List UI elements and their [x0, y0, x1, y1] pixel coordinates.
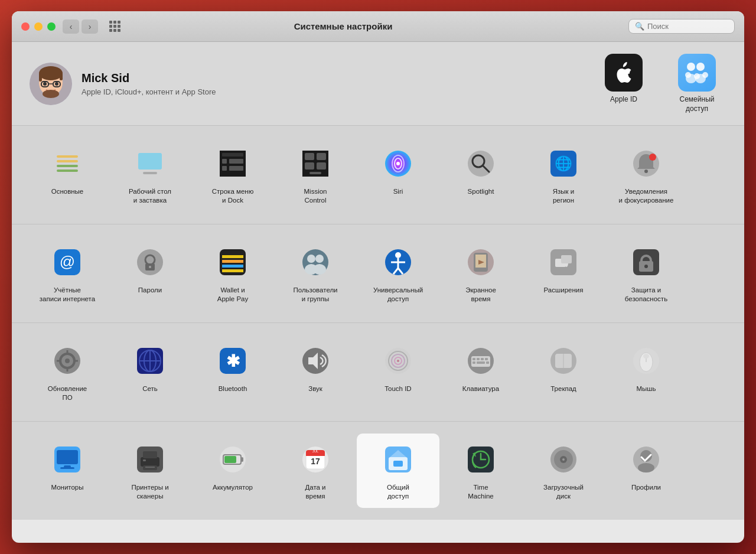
pref-icon-security — [627, 243, 665, 281]
svg-point-50 — [137, 249, 163, 275]
pref-icon-accessibility — [379, 243, 417, 281]
pref-label-internet: Учётныезаписи интернета — [40, 286, 95, 304]
svg-rect-32 — [317, 153, 326, 160]
pref-item-keyboard[interactable]: Клавиатура — [439, 335, 522, 409]
pref-item-startup[interactable]: Загрузочныйдиск — [522, 434, 605, 508]
pref-item-printers[interactable]: Принтеры исканеры — [109, 434, 191, 508]
pref-item-desktop[interactable]: Рабочий столи заставка — [109, 138, 191, 212]
apple-id-icon — [605, 54, 643, 92]
svg-text:17: 17 — [311, 457, 320, 466]
pref-label-keyboard: Клавиатура — [462, 384, 499, 393]
svg-rect-130 — [241, 457, 243, 462]
pref-item-datetime[interactable]: 17JULДата ивремя — [274, 434, 357, 508]
pref-item-internet[interactable]: @Учётныезаписи интернета — [26, 236, 109, 311]
pref-item-timemachine[interactable]: TimeMachine — [439, 434, 522, 508]
pref-item-spotlight[interactable]: Spotlight — [439, 138, 522, 212]
pref-item-siri[interactable]: Siri — [357, 138, 439, 212]
apple-id-item[interactable]: Apple ID — [594, 54, 653, 113]
search-input[interactable] — [647, 22, 730, 31]
pref-item-menubar[interactable]: Строка менюи Dock — [191, 138, 274, 212]
pref-item-notifications[interactable]: Уведомленияи фокусирование — [605, 138, 687, 212]
pref-label-language: Язык ирегион — [553, 187, 575, 205]
pref-item-users[interactable]: Пользователии группы — [274, 236, 357, 311]
pref-item-sound[interactable]: Звук — [274, 335, 357, 409]
pref-item-passwords[interactable]: Пароли — [109, 236, 191, 311]
user-subtitle: Apple ID, iCloud+, контент и App Store — [82, 87, 594, 96]
svg-point-53 — [149, 266, 151, 268]
pref-icon-keyboard — [462, 342, 500, 380]
pref-item-network[interactable]: Сеть — [109, 335, 191, 409]
sections-container: ОсновныеРабочий столи заставкаСтрока мен… — [12, 126, 744, 520]
pref-item-extensions[interactable]: Расширения — [522, 236, 605, 311]
pref-item-wallet[interactable]: Wallet иApple Pay — [191, 236, 274, 311]
titlebar: ‹ › Системные настройки 🔍 — [12, 11, 744, 42]
svg-point-148 — [562, 458, 565, 461]
pref-item-trackpad[interactable]: Трекпад — [522, 335, 605, 409]
pref-icon-timemachine — [462, 441, 500, 478]
svg-rect-107 — [485, 358, 488, 360]
pref-icon-battery — [214, 441, 252, 478]
pref-item-security[interactable]: Защита ибезопасность — [605, 236, 687, 311]
svg-point-63 — [313, 264, 326, 275]
pref-item-battery[interactable]: Аккумулятор — [191, 434, 274, 508]
pref-item-profiles[interactable]: Профили — [605, 434, 687, 508]
section-hardware: ОбновлениеПОСеть✱BluetoothЗвукTouch IDКл… — [12, 323, 744, 422]
pref-label-battery: Аккумулятор — [213, 483, 253, 492]
family-label: Семейныйдоступ — [680, 95, 715, 113]
svg-point-10 — [43, 90, 59, 98]
svg-rect-22 — [138, 153, 162, 170]
svg-text:@: @ — [60, 253, 75, 271]
pref-item-screentime[interactable]: Экранноевремя — [439, 236, 522, 311]
pref-item-displays[interactable]: Мониторы — [26, 434, 109, 508]
svg-rect-58 — [222, 269, 243, 272]
section-personal: @Учётныезаписи интернетаПаролиWallet иAp… — [12, 224, 744, 323]
svg-text:🌐: 🌐 — [555, 155, 572, 172]
user-section: Mick Sid Apple ID, iCloud+, контент и Ap… — [12, 42, 744, 126]
pref-icon-general — [48, 145, 86, 183]
pref-item-mission[interactable]: MissionControl — [274, 138, 357, 212]
svg-rect-135 — [306, 454, 325, 456]
pref-icon-menubar — [214, 145, 252, 183]
svg-rect-141 — [393, 461, 403, 467]
pref-icon-spotlight — [462, 145, 500, 183]
svg-rect-18 — [57, 155, 78, 158]
pref-label-network: Сеть — [142, 384, 158, 393]
pref-icon-printers — [131, 441, 169, 478]
svg-point-2 — [39, 66, 63, 80]
pref-icon-touchid — [379, 342, 417, 380]
pref-item-general[interactable]: Основные — [26, 138, 109, 212]
svg-rect-121 — [60, 467, 74, 469]
pref-label-siri: Siri — [393, 187, 403, 196]
search-icon: 🔍 — [635, 22, 644, 31]
pref-icon-trackpad — [545, 342, 582, 380]
svg-point-80 — [644, 265, 648, 268]
pref-item-touchid[interactable]: Touch ID — [357, 335, 439, 409]
pref-label-displays: Мониторы — [51, 483, 83, 492]
svg-rect-105 — [477, 358, 480, 360]
avatar[interactable] — [30, 63, 72, 105]
pref-item-sharing[interactable]: Общийдоступ — [357, 434, 439, 508]
svg-point-117 — [643, 354, 649, 359]
pref-label-printers: Принтеры исканеры — [131, 483, 168, 501]
pref-icon-users — [296, 243, 334, 281]
close-button[interactable] — [21, 22, 30, 31]
minimize-button[interactable] — [34, 22, 43, 31]
pref-item-bluetooth[interactable]: ✱Bluetooth — [191, 335, 274, 409]
svg-rect-31 — [305, 153, 314, 160]
pref-item-mouse[interactable]: Мышь — [605, 335, 687, 409]
pref-item-software[interactable]: ОбновлениеПО — [26, 335, 109, 409]
pref-icon-sharing — [379, 441, 417, 478]
svg-rect-56 — [222, 260, 243, 263]
pref-item-language[interactable]: 🌐Язык ирегион — [522, 138, 605, 212]
main-window: ‹ › Системные настройки 🔍 — [12, 11, 744, 543]
family-item[interactable]: Семейныйдоступ — [667, 54, 726, 113]
pref-item-accessibility[interactable]: Универсальныйдоступ — [357, 236, 439, 311]
maximize-button[interactable] — [47, 22, 56, 31]
svg-rect-57 — [222, 265, 243, 268]
user-name: Mick Sid — [82, 71, 594, 85]
pref-icon-screentime — [462, 243, 500, 281]
svg-rect-27 — [222, 166, 227, 171]
svg-rect-119 — [57, 450, 78, 464]
search-box[interactable]: 🔍 — [628, 19, 735, 34]
svg-point-16 — [686, 74, 696, 83]
